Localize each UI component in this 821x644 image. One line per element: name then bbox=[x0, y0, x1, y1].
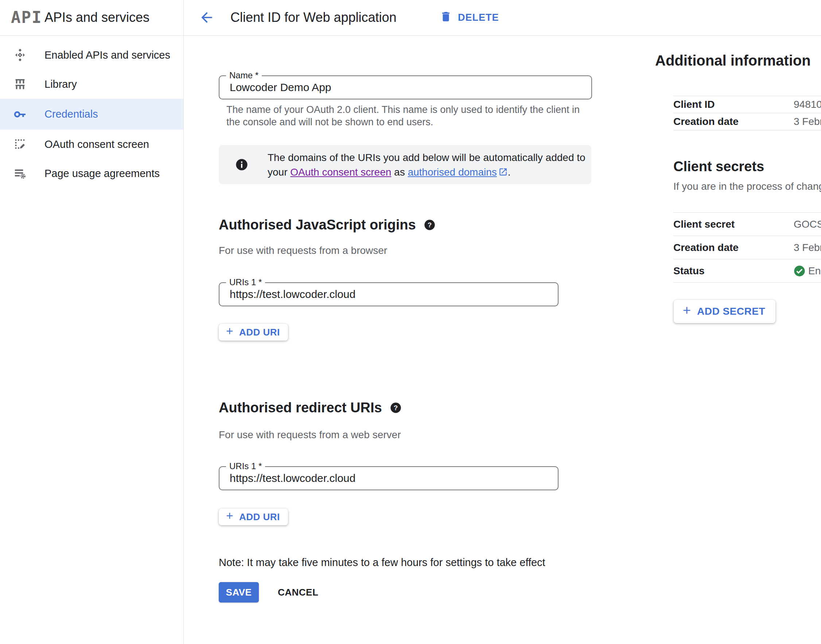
row-label: Client ID bbox=[673, 99, 715, 110]
additional-info-table: Client ID 948100 Creation date 3 Febru bbox=[673, 96, 821, 130]
name-field: Name * bbox=[219, 75, 592, 100]
row-value: GOCSP bbox=[794, 219, 821, 230]
authorised-domains-link[interactable]: authorised domains bbox=[407, 166, 507, 178]
row-label: Status bbox=[673, 265, 705, 277]
plus-icon bbox=[681, 305, 693, 319]
client-secrets-title: Client secrets bbox=[673, 159, 764, 175]
row-label: Creation date bbox=[673, 242, 739, 253]
name-input[interactable] bbox=[220, 76, 591, 99]
trash-icon bbox=[440, 9, 452, 26]
redirect-uri-input[interactable] bbox=[220, 467, 558, 489]
oauth-consent-screen-link[interactable]: OAuth consent screen bbox=[290, 166, 391, 178]
sidebar-divider bbox=[183, 0, 184, 644]
back-button[interactable] bbox=[197, 8, 217, 28]
status-value: Ena bbox=[794, 265, 821, 277]
plus-icon bbox=[224, 511, 235, 523]
agreements-icon bbox=[12, 166, 28, 181]
add-origin-uri-button[interactable]: ADD URI bbox=[219, 324, 288, 340]
sidebar-item-library[interactable]: Library bbox=[0, 70, 183, 99]
js-origins-subtitle: For use with requests from a browser bbox=[219, 245, 387, 256]
table-row: Creation date 3 Febru bbox=[673, 113, 821, 130]
sidebar-item-enabled-apis[interactable]: Enabled APIs and services bbox=[0, 40, 183, 70]
js-origin-uri-field: URIs 1 * bbox=[219, 282, 558, 306]
row-label: Creation date bbox=[673, 116, 739, 127]
sidebar-item-label: Credentials bbox=[45, 108, 98, 120]
sidebar-item-label: Enabled APIs and services bbox=[45, 49, 170, 61]
back-arrow-icon bbox=[199, 9, 215, 27]
help-icon[interactable]: ? bbox=[424, 219, 435, 231]
client-id-edit-page: API APIs and services Client ID for Web … bbox=[0, 0, 821, 644]
redirect-uris-subtitle: For use with requests from a web server bbox=[219, 429, 401, 441]
table-row: Status Ena bbox=[673, 259, 821, 282]
table-row: Client secret GOCSP bbox=[673, 212, 821, 236]
row-value: 3 Febru bbox=[794, 242, 821, 253]
table-row: Client ID 948100 bbox=[673, 96, 821, 113]
external-link-icon bbox=[498, 166, 508, 181]
js-origin-uri-input[interactable] bbox=[220, 283, 558, 306]
save-button[interactable]: SAVE bbox=[219, 582, 259, 603]
settings-note: Note: It may take five minutes to a few … bbox=[219, 557, 546, 569]
api-logo: API bbox=[11, 8, 42, 27]
enabled-apis-icon bbox=[12, 48, 28, 63]
sidebar-item-credentials[interactable]: Credentials bbox=[0, 99, 183, 130]
sidebar-item-oauth-consent[interactable]: OAuth consent screen bbox=[0, 130, 183, 159]
client-secrets-table: Client secret GOCSP Creation date 3 Febr… bbox=[673, 212, 821, 283]
info-banner: The domains of the URIs you add below wi… bbox=[219, 145, 591, 184]
app-title: APIs and services bbox=[45, 10, 149, 25]
delete-button[interactable]: DELETE bbox=[438, 6, 501, 28]
row-label: Client secret bbox=[673, 219, 735, 230]
row-value: 3 Febru bbox=[794, 116, 821, 127]
cancel-button[interactable]: CANCEL bbox=[272, 582, 324, 603]
sidebar-item-label: Page usage agreements bbox=[45, 167, 160, 179]
plus-icon bbox=[224, 326, 235, 339]
sidebar-item-label: Library bbox=[45, 78, 77, 90]
redirect-uri-field: URIs 1 * bbox=[219, 466, 558, 490]
table-row: Creation date 3 Febru bbox=[673, 236, 821, 259]
add-secret-button[interactable]: ADD SECRET bbox=[674, 300, 775, 323]
info-icon bbox=[235, 158, 248, 171]
svg-text:?: ? bbox=[394, 404, 397, 412]
consent-screen-icon bbox=[12, 136, 28, 152]
app-header: API APIs and services Client ID for Web … bbox=[0, 0, 821, 36]
svg-text:?: ? bbox=[427, 221, 431, 229]
sidebar-item-page-usage[interactable]: Page usage agreements bbox=[0, 159, 183, 188]
name-helper-text: The name of your OAuth 2.0 client. This … bbox=[226, 103, 591, 128]
row-value: 948100 bbox=[794, 99, 821, 110]
help-icon[interactable]: ? bbox=[390, 402, 401, 413]
sidebar: Enabled APIs and services Library bbox=[0, 36, 183, 188]
sidebar-item-label: OAuth consent screen bbox=[45, 138, 149, 150]
check-circle-icon bbox=[794, 265, 805, 277]
library-icon bbox=[12, 77, 28, 92]
client-secrets-description: If you are in the process of changing c bbox=[673, 181, 821, 192]
delete-label: DELETE bbox=[458, 12, 499, 23]
js-origins-heading: Authorised JavaScript origins ? bbox=[219, 217, 435, 233]
redirect-uris-heading: Authorised redirect URIs ? bbox=[219, 400, 401, 416]
page-title: Client ID for Web application bbox=[231, 10, 397, 25]
key-icon bbox=[12, 107, 28, 122]
info-banner-text: The domains of the URIs you add below wi… bbox=[268, 150, 598, 181]
additional-info-title: Additional information bbox=[655, 52, 811, 69]
add-redirect-uri-button[interactable]: ADD URI bbox=[219, 509, 288, 525]
